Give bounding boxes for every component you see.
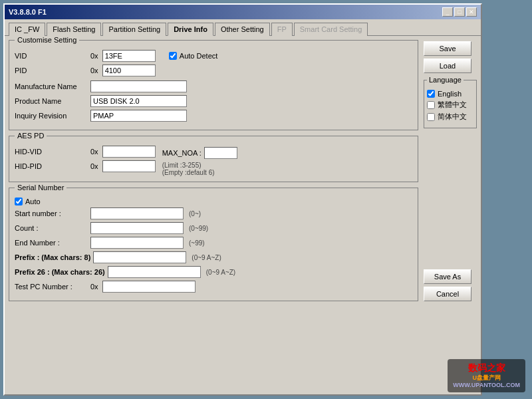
tab-smart-card: Smart Card Setting [294,23,368,36]
auto-label: Auto [25,198,41,205]
vid-row: VID 0x Auto Detect [15,50,412,62]
count-label: Count : [15,224,88,232]
tab-drive-info[interactable]: Drive Info [168,23,213,36]
max-noa-row: MAX_NOA : [162,147,237,159]
hid-vid-input[interactable] [102,146,156,158]
start-input[interactable] [90,207,184,219]
hid-pid-label: HID-PID [15,162,88,170]
prefix26-input[interactable] [108,266,201,278]
language-label: Language [427,76,464,84]
english-checkbox[interactable] [427,90,435,98]
start-hint: (0~) [189,210,201,217]
auto-row: Auto [15,198,412,205]
manufacture-input[interactable] [90,80,187,92]
minimize-button[interactable]: _ [442,7,453,17]
serial-group-label: Serial Number [15,184,66,192]
title-controls: _ □ ✕ [442,7,477,17]
prefix-row: Prefix : (Max chars: 8) (0~9 A~Z) [15,251,412,263]
prefix26-label: Prefix 26 : (Max chars: 26) [15,268,105,276]
restore-button[interactable]: □ [454,7,465,17]
empty-hint: (Empty :default 6) [162,169,237,176]
aes-right: MAX_NOA : (Limit :3-255) (Empty :default… [162,147,237,176]
prefix26-hint: (0~9 A~Z) [206,269,235,276]
title-bar: V3.8.8.0 F1 _ □ ✕ [5,5,481,19]
auto-checkbox[interactable] [15,198,23,205]
load-button[interactable]: Load [424,59,471,73]
tab-fp: FP [271,23,293,36]
pid-label: PID [15,66,88,74]
testpc-row: Test PC Number : 0x [15,281,412,293]
bottom-buttons: Save As Cancel [424,256,477,301]
testpc-label: Test PC Number : [15,283,88,291]
hid-vid-prefix: 0x [90,148,98,156]
prefix26-row: Prefix 26 : (Max chars: 26) (0~9 A~Z) [15,266,412,278]
watermark: 数码之家 U盘量产网 WWW.UPANTOOL.COM [448,359,525,392]
vid-prefix: 0x [90,52,98,60]
aes-left: HID-VID 0x HID-PID 0x [15,146,156,176]
tab-bar: IC _FW Flash Setting Partition Setting D… [5,19,481,36]
english-label: English [438,90,462,98]
watermark-line2: U盘量产网 [453,374,520,382]
aes-content: HID-VID 0x HID-PID 0x MAX_NOA : [15,146,412,176]
pid-row: PID 0x [15,65,412,76]
tab-other-setting[interactable]: Other Setting [215,23,270,36]
tab-ic-fw[interactable]: IC _FW [9,23,45,36]
traditional-row: 繁體中文 [427,100,473,110]
testpc-prefix: 0x [90,283,98,291]
count-hint: (0~99) [189,225,208,232]
simplified-row: 简体中文 [427,112,473,122]
testpc-input[interactable] [102,281,196,293]
auto-detect-checkbox[interactable] [169,52,177,60]
hid-pid-prefix: 0x [90,162,98,170]
pid-prefix: 0x [90,66,98,74]
close-button[interactable]: ✕ [466,7,477,17]
customise-group-label: Customise Setting [15,36,79,44]
watermark-line3: WWW.UPANTOOL.COM [453,382,520,390]
manufacture-label: Manufacture Name [15,82,88,90]
hid-pid-input[interactable] [102,160,156,172]
count-input[interactable] [90,222,184,234]
english-row: English [427,90,473,98]
save-as-button[interactable]: Save As [424,269,471,284]
start-label: Start number : [15,209,88,217]
prefix-input[interactable] [93,251,186,263]
aes-group: AES PD HID-VID 0x HID-PID 0x [9,136,418,182]
pid-input[interactable] [102,65,156,76]
end-label: End Number : [15,239,88,247]
inquiry-label: Inquiry Revision [15,112,88,120]
traditional-label: 繁體中文 [438,100,467,110]
prefix-label: Prefix : (Max chars: 8) [15,253,90,261]
inquiry-row: Inquiry Revision [15,110,412,122]
prefix-hint: (0~9 A~Z) [192,254,221,261]
end-input[interactable] [90,237,184,249]
language-group: Language English 繁體中文 简体中文 [424,80,477,128]
main-window: V3.8.8.0 F1 _ □ ✕ IC _FW Flash Setting P… [3,3,482,396]
product-input[interactable] [90,95,187,107]
content-area: Customise Setting VID 0x Auto Detect PID… [5,36,481,305]
simplified-label: 简体中文 [438,112,467,122]
tab-flash-setting[interactable]: Flash Setting [47,23,101,36]
start-number-row: Start number : (0~) [15,207,412,219]
max-noa-input[interactable] [204,147,237,159]
cancel-button[interactable]: Cancel [424,287,471,301]
end-hint: (~99) [189,239,205,247]
auto-detect-label: Auto Detect [180,52,217,60]
window-title: V3.8.8.0 F1 [9,8,47,16]
vid-input[interactable] [102,50,156,62]
limit-hint: (Limit :3-255) [162,162,237,169]
hid-vid-row: HID-VID 0x [15,146,156,158]
product-label: Product Name [15,97,88,105]
simplified-checkbox[interactable] [427,113,435,121]
save-button[interactable]: Save [424,41,471,56]
traditional-checkbox[interactable] [427,101,435,109]
serial-group: Serial Number Auto Start number : (0~) C… [9,188,418,301]
max-noa-label: MAX_NOA : [162,149,201,157]
vid-label: VID [15,52,88,60]
hid-pid-row: HID-PID 0x [15,160,156,172]
hid-vid-label: HID-VID [15,148,88,156]
right-panel: Save Load Language English 繁體中文 简体中文 [424,40,477,301]
main-panel: Customise Setting VID 0x Auto Detect PID… [9,40,418,301]
count-row: Count : (0~99) [15,222,412,234]
inquiry-input[interactable] [90,110,187,122]
tab-partition-setting[interactable]: Partition Setting [102,23,166,36]
